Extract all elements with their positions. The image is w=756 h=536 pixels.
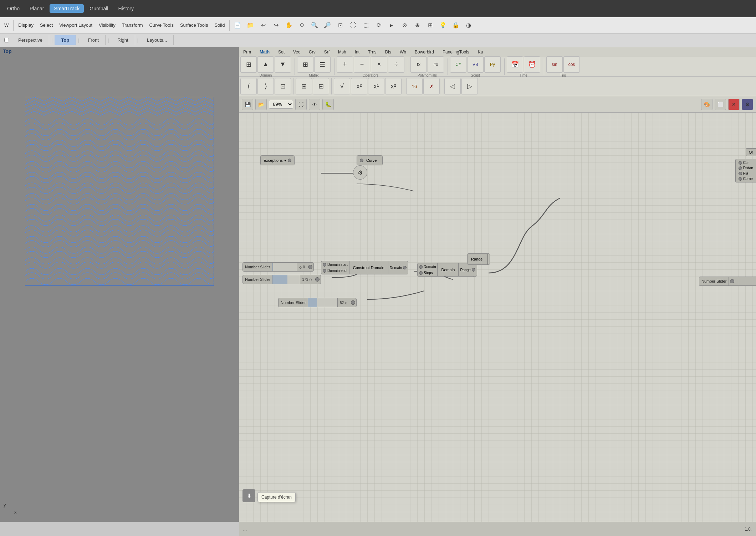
toolbar-lasso-btn[interactable]: ⊗: [398, 19, 410, 31]
tab-right[interactable]: Right: [111, 35, 135, 45]
gh-btn-b9[interactable]: x²: [385, 78, 402, 94]
tab-perspective[interactable]: Perspective: [12, 35, 49, 45]
gh-menu-bowerbird[interactable]: Bowerbird: [412, 49, 437, 55]
gh-partial-or-node[interactable]: Or: [746, 148, 756, 156]
toolbar-lock-btn[interactable]: 🔒: [450, 19, 462, 31]
toolbar-snap-btn[interactable]: ⊕: [411, 19, 423, 31]
viewport-checkbox[interactable]: [4, 38, 9, 42]
gh-slider-52-port[interactable]: [351, 300, 355, 305]
gh-capture-btn[interactable]: ⬇: [242, 489, 255, 502]
toolbar-zoomwin-btn[interactable]: ⬚: [360, 19, 372, 31]
toolbar-zoombox-btn[interactable]: ⊡: [334, 19, 346, 31]
toolbar-move-btn[interactable]: ✥: [296, 19, 308, 31]
gh-cd-port-domain-dot[interactable]: [403, 266, 407, 269]
gh-btn-sin[interactable]: sin: [546, 56, 563, 73]
gh-slider-right[interactable]: Number Slider: [699, 277, 756, 286]
toolbar-zoomextents-btn[interactable]: ⛶: [347, 19, 359, 31]
toolbar-tab-w[interactable]: W: [1, 22, 11, 28]
toolbar-select-btn[interactable]: ▸: [385, 19, 398, 31]
viewport-canvas[interactable]: Top: [0, 47, 239, 536]
gh-btn-b11[interactable]: ✗: [423, 78, 440, 94]
gh-btn-matrix2[interactable]: ☰: [314, 56, 331, 73]
gh-partial-pla-port[interactable]: [739, 172, 742, 175]
gh-menu-math[interactable]: Math: [257, 49, 272, 55]
gh-curve-port-left[interactable]: [360, 159, 363, 162]
gh-icon-node[interactable]: ⚙: [353, 165, 367, 180]
toolbar-new-btn[interactable]: 📄: [231, 19, 244, 31]
gh-btn-b8[interactable]: x¹: [368, 78, 384, 94]
gh-btn-minus[interactable]: −: [354, 56, 370, 73]
gh-menu-crv[interactable]: Crv: [306, 49, 318, 55]
menu-ortho[interactable]: Ortho: [3, 4, 24, 13]
toolbar-zoomin-btn[interactable]: 🔍: [308, 19, 321, 31]
gh-btn-hashx[interactable]: #x: [428, 56, 444, 73]
gh-btn-csharp[interactable]: C#: [450, 56, 466, 73]
gh-btn-b2[interactable]: ⟩: [257, 78, 274, 94]
toolbar-tab-curvetools[interactable]: Curve Tools: [147, 22, 177, 28]
menu-smarttrack[interactable]: SmartTrack: [50, 4, 84, 13]
gh-save-btn[interactable]: 💾: [242, 99, 253, 110]
toolbar-rotate-btn[interactable]: ⟳: [373, 19, 385, 31]
tab-top[interactable]: Top: [55, 35, 76, 45]
toolbar-redo-btn[interactable]: ↪: [270, 19, 282, 31]
menu-history[interactable]: History: [114, 4, 138, 13]
gh-btn-vb[interactable]: VB: [467, 56, 484, 73]
gh-btn-b7[interactable]: x²: [351, 78, 367, 94]
gh-zoom-select[interactable]: 69% 50% 75% 100%: [269, 100, 293, 109]
tab-layouts[interactable]: Layouts...: [141, 35, 174, 45]
toolbar-tab-display[interactable]: Display: [15, 22, 36, 28]
gh-range-label-node[interactable]: Range: [467, 253, 490, 265]
gh-slider-52[interactable]: Number Slider 52 ◇: [278, 298, 357, 307]
gh-btn-b4[interactable]: ⊞: [296, 78, 312, 94]
gh-construct-domain-node[interactable]: Domain start Domain end Construct Domain…: [321, 261, 408, 274]
gh-btn-b6[interactable]: √: [334, 78, 350, 94]
gh-slider-0[interactable]: Number Slider ◇ 0: [242, 262, 314, 272]
toolbar-undo-btn[interactable]: ↩: [257, 19, 269, 31]
gh-menu-srf[interactable]: Srf: [321, 49, 332, 55]
gh-btn-domain1[interactable]: ⊞: [240, 56, 257, 73]
gh-slider-0-port[interactable]: [308, 265, 312, 269]
toolbar-open-btn[interactable]: 📁: [244, 19, 256, 31]
gh-btn-time1[interactable]: 📅: [507, 56, 523, 73]
gh-fit-btn[interactable]: ⛶: [295, 99, 307, 110]
gh-range-domain-dot[interactable]: [419, 265, 423, 269]
gh-btn-b13[interactable]: ▷: [461, 78, 478, 94]
gh-slider-173-track[interactable]: [272, 275, 300, 284]
gh-partial-corne-port[interactable]: [739, 177, 742, 181]
gh-paint-btn[interactable]: 🎨: [701, 99, 712, 110]
gh-menu-prm[interactable]: Prm: [240, 49, 254, 55]
gh-open-btn[interactable]: 📂: [255, 99, 267, 110]
toolbar-tab-viewportlayout[interactable]: Viewport Layout: [56, 22, 95, 28]
gh-clear-btn[interactable]: ⬜: [715, 99, 726, 110]
gh-range-node-1[interactable]: Domain Steps Domain Range: [417, 263, 477, 277]
gh-btn-b10[interactable]: 16: [406, 78, 423, 94]
gh-partial-cur-port[interactable]: [739, 161, 742, 165]
gh-menu-vec[interactable]: Vec: [290, 49, 303, 55]
gh-menu-wb[interactable]: Wb: [397, 49, 409, 55]
gh-exceptions-port-right[interactable]: [288, 159, 291, 162]
gh-menu-panelingtools[interactable]: PanelingTools: [440, 49, 472, 55]
toolbar-tab-surfacetools[interactable]: Surface Tools: [177, 22, 211, 28]
toolbar-tab-solid[interactable]: Solid: [211, 22, 228, 28]
gh-partial-dist-port[interactable]: [739, 166, 742, 170]
toolbar-shade-btn[interactable]: ◑: [463, 19, 475, 31]
gh-settings-btn[interactable]: ⚙: [742, 99, 753, 110]
gh-menu-set[interactable]: Set: [275, 49, 287, 55]
rhino-viewport[interactable]: Top: [0, 47, 239, 536]
gh-eye-btn[interactable]: 👁: [309, 99, 320, 110]
gh-cd-port-start-dot[interactable]: [323, 263, 326, 267]
gh-btn-b1[interactable]: ⟨: [240, 78, 257, 94]
gh-btn-b5[interactable]: ⊟: [313, 78, 329, 94]
toolbar-tab-transform[interactable]: Transform: [119, 22, 146, 28]
toolbar-tab-select[interactable]: Select: [37, 22, 56, 28]
gh-bug-btn[interactable]: 🐛: [322, 99, 334, 110]
gh-partial-curve-node[interactable]: Cur Distan Pla Corne: [735, 159, 756, 182]
gh-btn-divide[interactable]: ÷: [388, 56, 404, 73]
gh-delete-btn[interactable]: ✕: [728, 99, 740, 110]
gh-btn-cos[interactable]: cos: [563, 56, 580, 73]
gh-range-steps-dot[interactable]: [419, 271, 423, 275]
gh-cd-port-end-dot[interactable]: [323, 269, 326, 273]
gh-curve-node[interactable]: Curve: [357, 155, 383, 165]
gh-slider-right-port[interactable]: [730, 279, 734, 283]
toolbar-zoomout-btn[interactable]: 🔎: [321, 19, 333, 31]
